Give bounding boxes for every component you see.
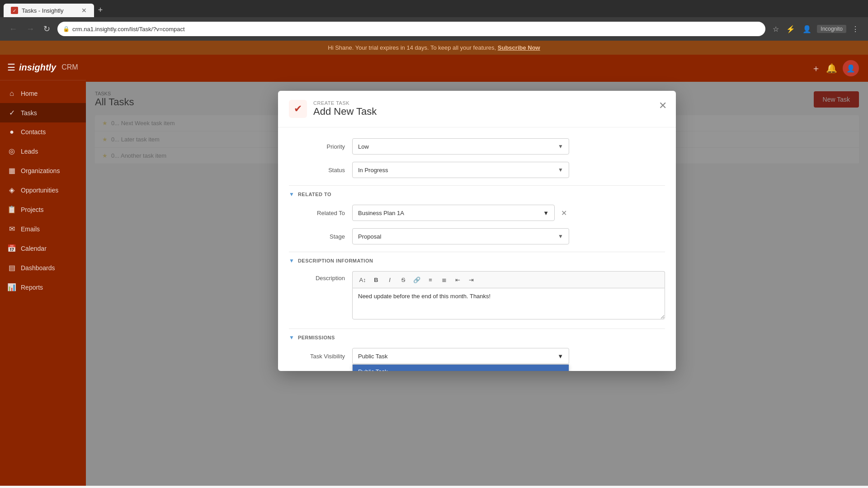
related-to-chevron-icon[interactable]: ▼ xyxy=(289,191,294,197)
related-to-control: Business Plan 1A ▼ ✕ xyxy=(352,205,569,221)
sidebar-item-reports[interactable]: 📊 Reports xyxy=(0,277,86,297)
leads-icon: ◎ xyxy=(7,147,16,155)
profile-icon[interactable]: 👤 xyxy=(801,23,813,35)
sidebar-item-projects[interactable]: 📋 Projects xyxy=(0,200,86,219)
toolbar-italic[interactable]: I xyxy=(384,274,395,285)
priority-row: Priority Low ▼ xyxy=(289,138,665,155)
dashboards-icon: ▤ xyxy=(7,263,16,272)
task-visibility-select[interactable]: Public Task ▼ xyxy=(352,348,569,364)
related-to-section-header: ▼ RELATED TO xyxy=(289,185,665,201)
trial-text: Hi Shane. Your trial expires in 14 days.… xyxy=(328,44,496,51)
toolbar-outdent[interactable]: ⇤ xyxy=(452,274,463,285)
browser-tabs: ✓ Tasks - Insightly ✕ + xyxy=(0,0,868,17)
sidebar-item-opportunities[interactable]: ◈ Opportunities xyxy=(0,180,86,200)
description-row: Description A↕ B I S 🔗 ≡ ≣ xyxy=(289,271,665,321)
toolbar-strikethrough[interactable]: S xyxy=(398,274,409,285)
related-to-select[interactable]: Business Plan 1A ▼ xyxy=(352,205,555,221)
refresh-button[interactable]: ↻ xyxy=(42,22,52,36)
organizations-icon: ▦ xyxy=(7,166,16,175)
sidebar-item-contacts[interactable]: ● Contacts xyxy=(0,122,86,141)
projects-icon: 📋 xyxy=(7,205,16,214)
priority-select[interactable]: Low ▼ xyxy=(352,138,569,155)
related-to-value: Business Plan 1A xyxy=(358,210,404,216)
crm-label: CRM xyxy=(61,63,78,71)
tab-close-button[interactable]: ✕ xyxy=(81,7,87,14)
main-content: ＋ 🔔 👤 TASKS All Tasks New Task ★ 0... Ne… xyxy=(86,55,868,486)
modal-backdrop: ✔ CREATE TASK Add New Task ✕ Priority xyxy=(86,82,868,486)
tab-favicon: ✓ xyxy=(11,7,18,14)
address-bar[interactable]: 🔒 crm.na1.insightly.com/list/Task/?v=com… xyxy=(57,22,765,36)
modal-body: Priority Low ▼ Status In Progress ▼ xyxy=(278,127,676,364)
related-to-label: Related To xyxy=(289,210,352,216)
back-button[interactable]: ← xyxy=(7,23,19,36)
incognito-badge: Incognito xyxy=(817,25,846,33)
logo-text: insightly xyxy=(19,62,56,73)
app-layout: ☰ insightly CRM ⌂ Home ✓ Tasks ● Contact… xyxy=(0,55,868,486)
related-to-section-title: RELATED TO xyxy=(298,192,331,197)
sidebar-item-label: Calendar xyxy=(21,245,47,252)
sidebar-item-tasks[interactable]: ✓ Tasks xyxy=(0,103,86,122)
description-textarea[interactable]: Need update before the end of this month… xyxy=(352,288,665,319)
user-avatar[interactable]: 👤 xyxy=(843,60,859,76)
create-task-modal: ✔ CREATE TASK Add New Task ✕ Priority xyxy=(278,91,676,371)
tasks-area: TASKS All Tasks New Task ★ 0... Next Wee… xyxy=(86,82,868,486)
sidebar-item-label: Leads xyxy=(21,148,38,155)
forward-button[interactable]: → xyxy=(24,23,36,36)
active-tab[interactable]: ✓ Tasks - Insightly ✕ xyxy=(4,4,94,17)
sidebar-logo-area: ☰ insightly CRM xyxy=(0,55,86,80)
tab-title: Tasks - Insightly xyxy=(22,7,63,14)
new-tab-button[interactable]: + xyxy=(94,4,107,16)
permissions-section-title: PERMISSIONS xyxy=(298,335,335,340)
toolbar-list-bullet[interactable]: ≡ xyxy=(425,274,436,285)
task-visibility-arrow: ▼ xyxy=(557,353,563,360)
stage-row: Stage Proposal ▼ xyxy=(289,228,665,244)
subscribe-link[interactable]: Subscribe Now xyxy=(498,44,540,51)
dropdown-option-public[interactable]: Public Task xyxy=(353,365,569,371)
sidebar-item-label: Home xyxy=(21,90,38,97)
sidebar-item-calendar[interactable]: 📅 Calendar xyxy=(0,239,86,258)
sidebar: ☰ insightly CRM ⌂ Home ✓ Tasks ● Contact… xyxy=(0,55,86,486)
toolbar-list-numbered[interactable]: ≣ xyxy=(439,274,449,285)
related-to-dropdown-arrow: ▼ xyxy=(543,210,549,216)
tasks-icon: ✓ xyxy=(7,108,16,117)
notifications-icon[interactable]: 🔔 xyxy=(826,63,837,74)
calendar-icon: 📅 xyxy=(7,244,16,253)
status-label: Status xyxy=(289,167,352,174)
browser-chrome: ✓ Tasks - Insightly ✕ + ← → ↻ 🔒 crm.na1.… xyxy=(0,0,868,41)
toolbar-indent[interactable]: ⇥ xyxy=(466,274,476,285)
emails-icon: ✉ xyxy=(7,225,16,233)
status-select[interactable]: In Progress ▼ xyxy=(352,162,569,178)
modal-title: Add New Task xyxy=(313,106,377,117)
stage-select[interactable]: Proposal ▼ xyxy=(352,228,569,244)
sidebar-item-home[interactable]: ⌂ Home xyxy=(0,84,86,103)
permissions-section-header: ▼ PERMISSIONS xyxy=(289,328,665,344)
related-to-clear-button[interactable]: ✕ xyxy=(558,207,569,218)
task-visibility-dropdown: Public Task Private Task xyxy=(352,364,569,371)
toolbar-bold[interactable]: B xyxy=(371,274,382,285)
star-icon[interactable]: ☆ xyxy=(771,23,781,35)
hamburger-icon[interactable]: ☰ xyxy=(7,62,15,73)
menu-icon[interactable]: ⋮ xyxy=(850,23,861,35)
top-right-actions: ＋ 🔔 👤 xyxy=(811,60,859,76)
modal-header-icon: ✔ xyxy=(289,100,307,118)
status-row: Status In Progress ▼ xyxy=(289,162,665,178)
lock-icon: 🔒 xyxy=(63,26,70,32)
sidebar-item-leads[interactable]: ◎ Leads xyxy=(0,141,86,161)
modal-header-title-area: CREATE TASK Add New Task xyxy=(313,100,377,117)
toolbar-link[interactable]: 🔗 xyxy=(411,274,422,285)
status-value: In Progress xyxy=(358,167,388,174)
sidebar-item-dashboards[interactable]: ▤ Dashboards xyxy=(0,258,86,277)
extensions-icon[interactable]: ⚡ xyxy=(784,23,797,35)
modal-close-button[interactable]: ✕ xyxy=(659,100,667,112)
sidebar-item-emails[interactable]: ✉ Emails xyxy=(0,219,86,239)
modal-create-label: CREATE TASK xyxy=(313,100,377,106)
toolbar-font-size[interactable]: A↕ xyxy=(357,274,368,285)
sidebar-item-organizations[interactable]: ▦ Organizations xyxy=(0,161,86,180)
add-icon[interactable]: ＋ xyxy=(811,62,821,75)
priority-value: Low xyxy=(358,143,369,150)
opportunities-icon: ◈ xyxy=(7,186,16,194)
description-chevron-icon[interactable]: ▼ xyxy=(289,258,294,264)
task-visibility-row: Task Visibility Public Task ▼ Public Tas… xyxy=(289,348,665,364)
permissions-chevron-icon[interactable]: ▼ xyxy=(289,334,294,341)
sidebar-nav: ⌂ Home ✓ Tasks ● Contacts ◎ Leads ▦ Orga… xyxy=(0,80,86,486)
